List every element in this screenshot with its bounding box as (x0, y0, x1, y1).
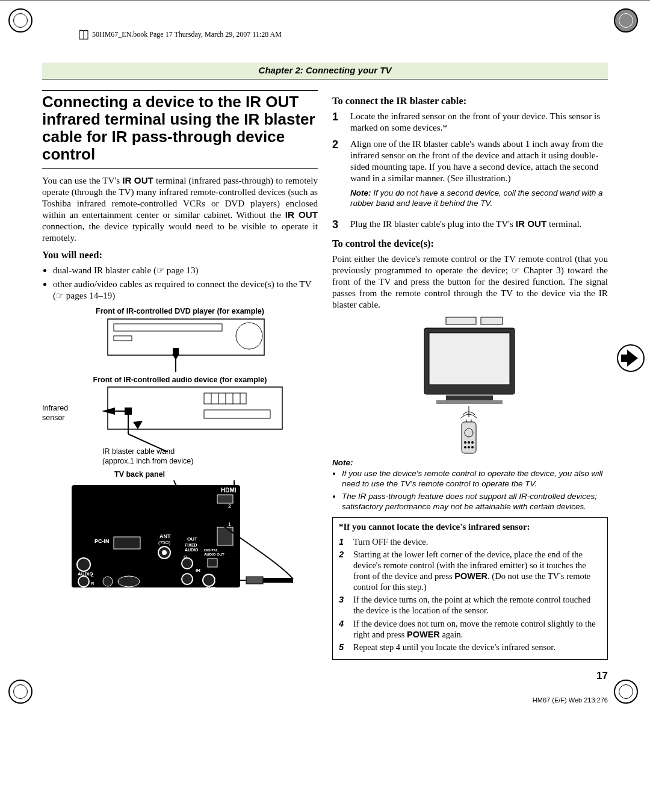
you-will-need-head: You will need: (42, 249, 318, 262)
intro-pre: You can use the TV's (42, 175, 122, 185)
svg-rect-25 (72, 485, 240, 587)
svg-text:AUDIO: AUDIO (185, 548, 199, 552)
header-file-path: 50HM67_EN.book Page 17 Thursday, March 2… (78, 29, 608, 41)
step-3: 3 Plug the IR blaster cable's plug into … (332, 218, 608, 232)
left-column: Connecting a device to the IR OUT infrar… (42, 90, 318, 682)
step-2: 2 Align one of the IR blaster cable's wa… (332, 138, 608, 214)
list-item: other audio/video cables as required to … (53, 278, 318, 301)
note-text: If you do not have a second device, coil… (350, 188, 603, 208)
fig1-caption: Front of IR-controlled DVD player (for e… (42, 307, 318, 317)
header-path-text: 50HM67_EN.book Page 17 Thursday, March 2… (92, 30, 282, 39)
box-step: 3If the device turns on, the point at wh… (339, 594, 601, 616)
connect-steps: 1Locate the infrared sensor on the front… (332, 110, 608, 232)
box-step: 2Starting at the lower left corner of th… (339, 549, 601, 593)
svg-text:R: R (91, 581, 94, 586)
svg-point-44 (78, 576, 89, 587)
note-after-step2: Note: If you do not have a second device… (350, 188, 608, 209)
svg-text:(75Ω): (75Ω) (158, 540, 171, 545)
box-step-text: If the device does not turn on, move the… (353, 618, 601, 640)
svg-text:IR: IR (196, 568, 200, 573)
box-step: 4If the device does not turn on, move th… (339, 618, 601, 640)
step-text: Plug the IR blaster cable's plug into th… (350, 218, 581, 232)
svg-rect-31 (114, 537, 140, 549)
crop-mark-top-left (8, 8, 36, 36)
svg-rect-26 (217, 495, 233, 503)
top-hairline (0, 0, 650, 1)
box-step: 1Turn OFF the device. (339, 536, 601, 547)
ir-out-label-1: IR OUT (122, 175, 153, 185)
svg-point-69 (471, 441, 474, 444)
box-step-text: Turn OFF the device. (353, 536, 428, 547)
connect-head: To connect the IR blaster cable: (332, 95, 608, 108)
fig2-caption: Front of IR-controlled audio device (for… (42, 376, 318, 385)
intro-post: connection, the device typically would n… (42, 221, 318, 243)
note-label: Note: (350, 188, 371, 197)
svg-point-72 (471, 446, 474, 448)
right-column: To connect the IR blaster cable: 1Locate… (332, 90, 608, 682)
svg-rect-65 (462, 422, 476, 453)
step-1: 1Locate the infrared sensor on the front… (332, 110, 608, 133)
svg-rect-28 (217, 527, 233, 545)
infrared-sensor-label: Infrared sensor (42, 404, 84, 423)
box-step-text: Repeat step 4 until you locate the devic… (353, 642, 556, 652)
svg-rect-59 (446, 317, 476, 324)
box-head: *If you cannot locate the device's infra… (339, 521, 601, 533)
crop-mark-bottom-left (8, 680, 36, 707)
svg-text:L: L (91, 572, 94, 578)
note-item: The IR pass-through feature does not sup… (342, 492, 608, 512)
svg-point-68 (468, 441, 470, 444)
list-item: dual-wand IR blaster cable (☞ page 13) (53, 264, 318, 276)
figure-tv-remote (332, 316, 608, 454)
svg-rect-21 (125, 408, 132, 415)
svg-point-53 (203, 574, 215, 586)
svg-point-47 (103, 577, 113, 586)
svg-text:FIXED: FIXED (185, 543, 197, 547)
svg-text:PC-IN: PC-IN (94, 538, 110, 544)
section-title: Connecting a device to the IR OUT infrar… (42, 90, 318, 169)
svg-text:1: 1 (228, 521, 231, 527)
figure-tv-back-panel: HDMI 2 1 PC-IN ANT (75Ω) OUT FIXED (42, 480, 318, 595)
crop-mark-bottom-right (614, 680, 642, 707)
box-step-text: Starting at the lower left corner of the… (353, 549, 601, 593)
svg-point-42 (77, 558, 90, 571)
two-column-content: Connecting a device to the IR OUT infrar… (42, 90, 608, 682)
sensor-locate-box: *If you cannot locate the device's infra… (332, 517, 608, 660)
fig3-caption: TV back panel (114, 470, 318, 480)
svg-rect-63 (446, 395, 493, 400)
page-number: 17 (332, 669, 608, 682)
note-label: Note: (332, 458, 608, 468)
chapter-band: Chapter 2: Connecting your TV (42, 63, 608, 79)
svg-text:OUT: OUT (205, 586, 215, 591)
svg-rect-8 (173, 348, 179, 354)
box-step: 5Repeat step 4 until you locate the devi… (339, 642, 601, 652)
wand-label-2: (approx.1 inch from device) (102, 457, 318, 466)
note-section: Note: If you use the device's remote con… (332, 458, 608, 512)
svg-rect-57 (263, 578, 293, 583)
svg-text:AUDIO OUT: AUDIO OUT (204, 553, 224, 556)
box-step-text: If the device turns on, the point at whi… (353, 594, 601, 616)
hdmi-label: HDMI (221, 487, 237, 494)
svg-rect-41 (208, 559, 217, 567)
svg-rect-56 (246, 577, 263, 584)
svg-text:ANT: ANT (159, 533, 171, 539)
svg-line-23 (128, 434, 168, 452)
crop-mark-top-right (614, 8, 642, 36)
svg-point-71 (468, 446, 470, 448)
svg-rect-60 (481, 317, 503, 324)
svg-text:DIGITAL: DIGITAL (204, 548, 218, 552)
print-arrow-right (616, 344, 645, 373)
svg-point-48 (118, 576, 140, 587)
svg-text:OUT: OUT (187, 536, 197, 542)
step-text: Locate the infrared sensor on the front … (350, 110, 608, 133)
svg-point-67 (464, 441, 466, 444)
control-paragraph: Point either the device's remote control… (332, 253, 608, 310)
svg-rect-4 (108, 319, 264, 355)
svg-rect-62 (429, 333, 510, 385)
figure-dvd-front (42, 318, 318, 372)
intro-paragraph: You can use the TV's IR OUT terminal (in… (42, 175, 318, 243)
svg-point-35 (162, 550, 167, 555)
book-icon (78, 29, 90, 41)
control-head: To control the device(s): (332, 238, 608, 250)
footer-identifier: HM67 (E/F) Web 213:276 (42, 696, 608, 704)
ir-out-label-2: IR OUT (285, 209, 318, 220)
